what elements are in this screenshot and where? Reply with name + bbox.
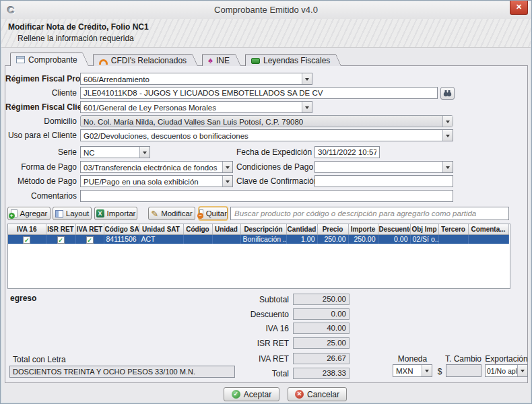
close-button[interactable]: ✕ (510, 1, 528, 15)
binoculars-icon (443, 90, 452, 97)
window-title: Comprobante Emitido v4.0 (1, 5, 531, 15)
tab-ine[interactable]: ♠ INE (202, 54, 234, 66)
aceptar-button[interactable]: ✓ Aceptar (224, 387, 279, 401)
tab-label: Comprobante (28, 55, 77, 65)
cliente-input[interactable] (80, 87, 438, 99)
remove-page-icon: − (199, 209, 203, 217)
product-search-input[interactable] (230, 207, 509, 220)
exportacion-select[interactable]: 01/No aplica (485, 364, 528, 377)
col-iva-ret[interactable]: IVA RET (75, 224, 104, 234)
col-cantidad[interactable]: Cantidad (286, 224, 317, 234)
serie-select[interactable]: NC (80, 146, 150, 158)
form-icon (16, 56, 25, 63)
forma-pago-value: 03/Transferencia electrónica de fondos (81, 163, 222, 172)
serie-label: Serie (5, 147, 77, 157)
chevron-down-icon (222, 162, 232, 172)
cell-iva16: ✓ (8, 234, 46, 244)
comentarios-input[interactable] (80, 190, 453, 202)
condiciones-pago-value (315, 167, 442, 168)
col-codigo[interactable]: Código (183, 224, 212, 234)
fecha-expedicion-input[interactable] (314, 146, 380, 158)
checkbox-checked-icon[interactable]: ✓ (57, 236, 65, 244)
metodo-pago-label: Método de Pago (5, 176, 77, 186)
total-con-letra-label: Total con Letra (13, 355, 66, 364)
cell-codigo (183, 234, 212, 244)
forma-pago-select[interactable]: 03/Transferencia electrónica de fondos (80, 161, 233, 173)
chevron-down-icon (442, 130, 453, 141)
header-subtitle: Rellene la información requerida (18, 34, 134, 43)
cell-descuento: 0.00 (378, 234, 410, 244)
agregar-button[interactable]: + Agregar (7, 207, 51, 220)
layout-button[interactable]: Layout (53, 207, 92, 220)
tab-comprobante[interactable]: Comprobante (10, 53, 81, 66)
cell-codigo-sat: 84111506 (104, 234, 139, 244)
regimen-cliente-label: Régimen Fiscal Cliente (*) (5, 102, 77, 112)
fecha-expedicion-label: Fecha de Expedición (236, 147, 311, 157)
subtotal-value: 250.00 (293, 294, 350, 305)
clave-confirmacion-input[interactable] (314, 175, 453, 187)
col-descripcion[interactable]: Descripción (240, 224, 286, 234)
total-value: 238.33 (293, 368, 350, 379)
header-banner: Modificar Nota de Crédito, Folio NC1 Rel… (1, 19, 531, 48)
arc-icon (99, 59, 108, 65)
add-page-icon: + (11, 209, 18, 217)
tipo-cambio-input[interactable] (446, 364, 481, 377)
col-isr-ret[interactable]: ISR RET (46, 224, 75, 234)
col-unidad[interactable]: Unidad (212, 224, 240, 234)
col-iva16[interactable]: IVA 16 (8, 224, 46, 234)
pencil-icon: ✎ (151, 209, 158, 218)
descuento-label: Descuento (194, 310, 289, 319)
domicilio-select[interactable]: No. Col. María Nilda, Ciudad Valles San … (80, 115, 453, 127)
metodo-pago-select[interactable]: PUE/Pago en una sola exhibición (80, 175, 233, 187)
modificar-button[interactable]: ✎ Modificar (148, 207, 195, 220)
serie-value: NC (81, 148, 139, 157)
iva-ret-value: 26.67 (293, 353, 350, 364)
title-bar[interactable]: C Comprobante Emitido v4.0 (1, 1, 531, 19)
col-unidad-sat[interactable]: Unidad SAT (139, 224, 183, 234)
items-table[interactable]: IVA 16 ISR RET IVA RET Código SAT Unidad… (7, 224, 510, 289)
cell-cantidad: 1.00 (286, 234, 317, 244)
col-descuento[interactable]: Descuento (378, 224, 410, 234)
cancelar-button[interactable]: ✕ Cancelar (288, 387, 347, 401)
cliente-search-button[interactable] (440, 87, 455, 100)
checkbox-checked-icon[interactable]: ✓ (23, 236, 30, 244)
regimen-propio-value: 606/Arrendamiento (81, 75, 302, 83)
regimen-fiscal-propio-select[interactable]: 606/Arrendamiento (80, 73, 312, 85)
green-book-icon (251, 58, 260, 64)
layout-label: Layout (66, 209, 90, 217)
checkbox-checked-icon[interactable]: ✓ (86, 236, 94, 244)
uso-para-cliente-select[interactable]: G02/Devoluciones, descuentos o bonificac… (80, 129, 453, 141)
col-codigo-sat[interactable]: Código SAT (104, 224, 139, 234)
regimen-cliente-value: 601/General de Ley Personas Morales (81, 103, 302, 112)
regimen-fiscal-cliente-select[interactable]: 601/General de Ley Personas Morales (80, 101, 312, 113)
col-obj-imp[interactable]: Obj Imp (410, 224, 438, 234)
tab-cfdis-relacionados[interactable]: CFDI's Relacionados (93, 54, 191, 66)
chevron-down-icon (442, 162, 453, 172)
cell-importe: 250.00 (348, 234, 378, 244)
moneda-value: MXN (393, 366, 422, 375)
moneda-select[interactable]: MXN (393, 364, 432, 377)
tab-label: INE (216, 56, 230, 65)
cell-tercero (438, 234, 468, 244)
chevron-down-icon (222, 176, 232, 187)
col-comentarios[interactable]: Comenta... (468, 224, 508, 234)
cliente-label: Cliente (5, 88, 77, 98)
tipo-cambio-label: T. Cambio (442, 354, 484, 364)
col-tercero[interactable]: Tercero (438, 224, 468, 234)
isr-ret-label: ISR RET (194, 339, 289, 348)
tab-page-comprobante: Régimen Fiscal Propio (*) 606/Arrendamie… (5, 65, 528, 383)
quitar-button[interactable]: − Quitar (199, 207, 228, 220)
col-importe[interactable]: Importe (348, 224, 378, 234)
condiciones-pago-select[interactable] (314, 161, 453, 173)
clave-confirmacion-label: Clave de Confirmación (236, 176, 311, 186)
col-precio[interactable]: Precio (317, 224, 348, 234)
domicilio-label: Domicilio (5, 116, 77, 126)
importar-button[interactable]: X Importar (94, 207, 137, 220)
tab-label: CFDI's Relacionados (111, 56, 187, 65)
tab-leyendas-fiscales[interactable]: Leyendas Fiscales (245, 54, 334, 66)
iva-ret-label: IVA RET (194, 354, 289, 364)
table-row-selected[interactable]: ✓ ✓ ✓ 84111506 ACT Bonificación ... 1.00… (8, 234, 508, 244)
header-title: Modificar Nota de Crédito, Folio NC1 (8, 22, 149, 32)
cancel-x-icon: ✕ (295, 390, 304, 399)
cell-unidad-sat: ACT (139, 234, 183, 244)
